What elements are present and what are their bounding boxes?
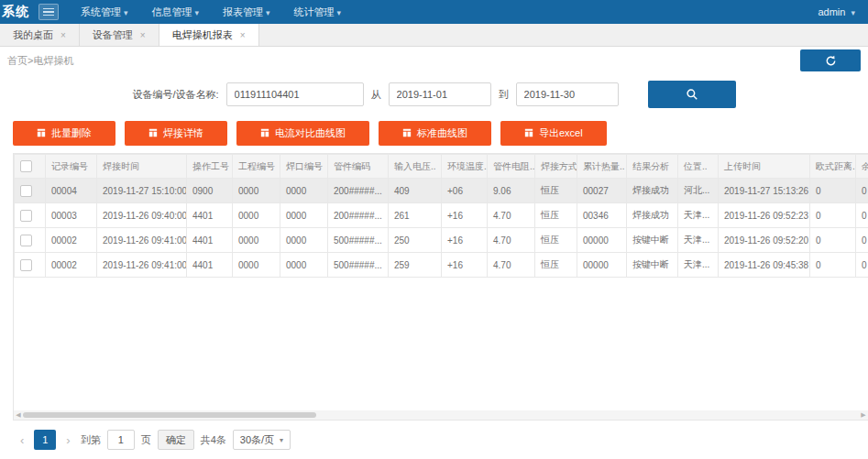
date-from-input[interactable] (389, 82, 491, 106)
action-label: 焊接详情 (163, 126, 203, 140)
export-excel-button[interactable]: 导出excel (500, 121, 607, 146)
cell: +06 (442, 179, 488, 203)
cell: 2019-11-26 09:52:20 (719, 228, 810, 253)
tab-label: 设备管理 (93, 28, 133, 42)
cell: 200#####... (328, 203, 389, 228)
cell: 0000 (280, 228, 328, 253)
cell: 4401 (187, 203, 233, 228)
page-number-button[interactable]: 1 (34, 430, 56, 450)
table-header-row: 记录编号焊接时间操作工号工程编号焊口编号管件编码输入电压..环境温度..管件电阻… (15, 155, 868, 179)
column-header: 累计热量.. (577, 155, 627, 179)
menu-info-mgmt[interactable]: 信息管理▾ (152, 5, 200, 19)
cell: 按键中断 (627, 253, 678, 278)
row-checkbox-cell (15, 179, 46, 203)
next-page-icon[interactable]: › (62, 433, 73, 447)
scroll-left-icon[interactable]: ◀ (14, 411, 23, 419)
column-header: 上传时间 (719, 155, 810, 179)
cell: 焊接成功 (627, 203, 678, 228)
cell: 409 (389, 179, 442, 203)
tab-device-mgmt[interactable]: 设备管理× (80, 24, 159, 46)
tab-close-icon[interactable]: × (140, 30, 146, 40)
cell: 2019-11-26 09:40:00 (97, 203, 187, 228)
goto-page-input[interactable] (107, 430, 135, 450)
tab-weld-report[interactable]: 电焊操机报表× (159, 24, 259, 46)
from-label: 从 (371, 88, 381, 102)
app-title: 系统 (0, 4, 35, 20)
cell: 500#####... (328, 253, 389, 278)
chevron-down-icon: ▾ (337, 8, 342, 17)
weld-detail-button[interactable]: 焊接详情 (125, 121, 227, 146)
cell: 0000 (233, 179, 280, 203)
search-button[interactable] (648, 81, 736, 108)
cell: 天津... (678, 253, 719, 278)
cell: 00002 (46, 253, 97, 278)
cell: 2019-11-26 09:41:00 (97, 253, 187, 278)
action-buttons: 批量删除焊接详情电流对比曲线图标准曲线图导出excel (0, 115, 868, 153)
prev-page-icon[interactable]: ‹ (16, 433, 27, 447)
user-name: admin (818, 6, 845, 17)
per-page-select[interactable]: 30条/页 ▾ (233, 430, 291, 450)
cell: 0000 (233, 253, 280, 278)
tab-close-icon[interactable]: × (60, 30, 66, 40)
scroll-right-icon[interactable]: ▶ (859, 411, 868, 419)
current-curve-button[interactable]: 电流对比曲线图 (236, 121, 369, 146)
tab-my-desktop[interactable]: 我的桌面× (0, 24, 80, 46)
column-header: 工程编号 (233, 155, 280, 179)
row-checkbox[interactable] (20, 235, 32, 246)
cell: 恒压 (535, 203, 577, 228)
scrollbar-track[interactable] (23, 411, 859, 419)
cell: 河北... (678, 179, 719, 203)
refresh-icon (825, 55, 837, 67)
report-table-container: 记录编号焊接时间操作工号工程编号焊口编号管件编码输入电压..环境温度..管件电阻… (13, 153, 868, 421)
total-count-label: 共4条 (201, 433, 226, 447)
to-label: 到 (499, 88, 509, 102)
device-field-label: 设备编号/设备名称: (132, 88, 218, 102)
cell: 0 (810, 203, 856, 228)
goto-confirm-button[interactable]: 确定 (158, 430, 194, 450)
menu-system-mgmt[interactable]: 系统管理▾ (81, 5, 128, 19)
hamburger-menu-icon[interactable] (38, 4, 59, 20)
caret-down-icon: ▾ (280, 436, 283, 444)
device-input[interactable] (226, 82, 364, 106)
menu-stats-mgmt[interactable]: 统计管理▾ (294, 5, 342, 19)
standard-curve-button[interactable]: 标准曲线图 (379, 121, 491, 146)
horizontal-scrollbar[interactable]: ◀ ▶ (14, 410, 868, 420)
date-to-input[interactable] (516, 82, 619, 106)
cell: 0000 (280, 203, 328, 228)
cell: 0 (810, 228, 856, 253)
table-row[interactable]: 000022019-11-26 09:41:00440100000000500#… (15, 228, 868, 253)
refresh-button[interactable] (800, 49, 861, 71)
table-row[interactable]: 000022019-11-26 09:41:00440100000000500#… (15, 253, 868, 278)
row-checkbox-cell (15, 228, 46, 253)
cell: 250 (389, 228, 442, 253)
cell: 259 (389, 253, 442, 278)
user-menu[interactable]: admin ▾ (818, 6, 855, 17)
table-row[interactable]: 000042019-11-27 15:10:00090000000000200#… (15, 179, 868, 203)
tab-close-icon[interactable]: × (240, 30, 246, 40)
row-checkbox-cell (15, 203, 46, 228)
cell: 4.70 (488, 228, 535, 253)
cell: 0000 (280, 253, 328, 278)
column-header: 焊接时间 (97, 155, 187, 179)
cell: 按键中断 (627, 228, 678, 253)
scrollbar-thumb[interactable] (23, 412, 316, 418)
column-header: 焊口编号 (280, 155, 328, 179)
cell: 0000 (233, 203, 280, 228)
select-all-checkbox[interactable] (20, 160, 32, 172)
chevron-down-icon: ▾ (195, 8, 200, 17)
cell: 0 (810, 179, 856, 203)
cell: 恒压 (535, 228, 577, 253)
row-checkbox[interactable] (20, 210, 32, 222)
batch-delete-button[interactable]: 批量删除 (13, 121, 115, 146)
row-checkbox[interactable] (20, 185, 32, 197)
cell: 00000 (577, 253, 627, 278)
menu-report-mgmt[interactable]: 报表管理▾ (223, 5, 270, 19)
export-excel-icon (524, 128, 533, 139)
cell: 00000 (577, 228, 627, 253)
action-label: 导出excel (539, 126, 583, 140)
table-row[interactable]: 000032019-11-26 09:40:00440100000000200#… (15, 203, 868, 228)
row-checkbox[interactable] (20, 259, 32, 271)
cell: 00003 (46, 203, 97, 228)
column-header: 位置.. (678, 155, 719, 179)
cell: +16 (442, 203, 488, 228)
